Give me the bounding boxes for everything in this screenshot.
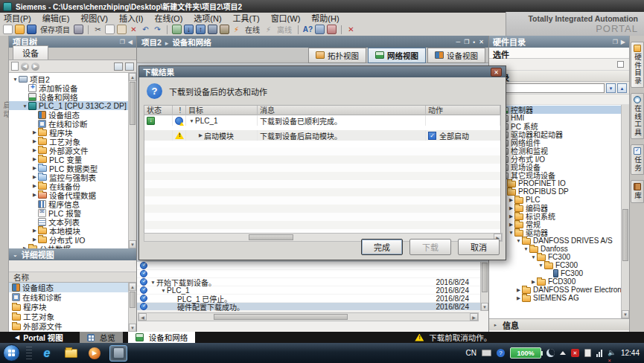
save-project-label[interactable]: 保存项目	[40, 24, 70, 35]
catalog-item[interactable]: ▶ DANFOSS Power ElectronicsA/S	[489, 286, 629, 294]
scroll-up-icon[interactable]: ▲	[129, 283, 136, 291]
detail-view-scrollbar[interactable]: ▲ ▼	[128, 283, 136, 332]
expander-icon[interactable]: ▶	[31, 174, 38, 180]
expander-icon[interactable]: ▶	[31, 156, 38, 162]
menu-item[interactable]: 帮助(H)	[311, 12, 339, 24]
expander-icon[interactable]: ▶	[31, 183, 38, 189]
taskbar-media-button[interactable]: ▶	[86, 345, 103, 362]
window-layout-icon[interactable]	[327, 25, 337, 34]
save-project-icon[interactable]	[27, 25, 36, 34]
detail-view-header[interactable]: ⌄ 详细视图	[9, 248, 136, 260]
catalog-item[interactable]: ▼ FC300	[489, 253, 629, 261]
expander-icon[interactable]: ▼	[538, 263, 544, 268]
catalog-item[interactable]: ▶ 编码器	[489, 204, 629, 212]
expander-icon[interactable]: ▼	[188, 118, 195, 123]
menu-item[interactable]: 工具(T)	[233, 12, 260, 24]
log-row[interactable]: 硬件配置下载成功。 2016/8/24	[137, 303, 488, 311]
profile-filter-row[interactable]	[489, 94, 629, 105]
download-to-device-icon[interactable]: ↓	[184, 25, 194, 34]
expander-icon[interactable]: ▶	[31, 147, 38, 153]
clipboard-icon[interactable]	[584, 349, 591, 357]
taskbar-ie-button[interactable]: e	[38, 345, 56, 362]
catalog-item[interactable]: ▼ Danfoss	[489, 245, 629, 253]
close-editor-icon[interactable]: ✕	[479, 39, 484, 45]
expander-icon[interactable]: ▼	[508, 230, 514, 235]
catalog-scrollbar[interactable]: ▼	[621, 105, 629, 318]
float-editor-icon[interactable]: ❐	[464, 39, 469, 45]
col-target[interactable]: 目标	[186, 106, 258, 115]
dialog-button[interactable]: 取消	[458, 239, 500, 255]
upload-from-device-icon[interactable]: ↑	[196, 25, 205, 34]
scroll-thumb[interactable]	[130, 292, 136, 308]
task-card-tab[interactable]: 库	[631, 180, 644, 203]
catalog-item[interactable]: ▶ 常规	[489, 220, 629, 228]
col-action[interactable]: 动作	[426, 106, 500, 115]
catalog-item[interactable]: FC300	[489, 269, 629, 277]
start-simulation-icon[interactable]	[208, 25, 217, 34]
scroll-down-icon[interactable]: ▼	[622, 310, 629, 318]
taskbar-explorer-button[interactable]	[62, 345, 80, 362]
catalog-item[interactable]: 控制器	[489, 106, 629, 114]
taskbar-tia-button[interactable]	[109, 345, 127, 362]
float-panel-icon[interactable]: ❐	[120, 39, 125, 45]
expander-icon[interactable]: ▼	[150, 280, 156, 285]
window-split-icon[interactable]	[315, 25, 325, 34]
redo-icon[interactable]: ↷	[153, 25, 162, 34]
network-signal-icon[interactable]	[596, 350, 602, 357]
project-tree-scrollbar[interactable]: ▲ ▼	[128, 73, 136, 248]
log-row[interactable]: ▼ 开始下载到设备。 2016/8/24	[137, 278, 488, 286]
catalog-item[interactable]: PROFINET IO	[489, 179, 629, 187]
checkbox-checked-icon[interactable]	[428, 132, 436, 140]
expander-icon[interactable]: ▶	[31, 165, 38, 171]
task-card-tab[interactable]: 在线工具	[631, 93, 644, 139]
expander-icon[interactable]: ▼	[160, 288, 167, 293]
view-button[interactable]: 拓扑视图	[308, 48, 366, 63]
expander-icon[interactable]: ▶	[515, 295, 522, 301]
scroll-right-icon[interactable]: ▶	[470, 313, 478, 321]
close-icon[interactable]: ✕	[491, 68, 502, 77]
cut-icon[interactable]: ✂	[93, 25, 103, 34]
task-card-tab[interactable]: 硬件目录	[631, 42, 644, 88]
scroll-thumb[interactable]	[214, 314, 348, 320]
moon-icon[interactable]	[546, 349, 555, 357]
go-online-icon[interactable]: ⚡	[232, 25, 241, 34]
task-card-tab[interactable]: 任务	[631, 144, 644, 175]
expander-icon[interactable]: ▼	[12, 77, 19, 82]
expander-icon[interactable]: ▶	[508, 222, 514, 228]
tree-item[interactable]: ▶ 分布式 I/O	[9, 235, 136, 244]
language-indicator[interactable]: CN	[466, 349, 476, 357]
catalog-item[interactable]: ▼ FC300	[489, 261, 629, 269]
tab-overview[interactable]: 总览	[80, 332, 123, 343]
search-up-icon[interactable]: ▲	[617, 83, 627, 93]
tree-item[interactable]: 在线和诊断	[9, 119, 136, 128]
maximize-editor-icon[interactable]: ▪	[473, 39, 475, 45]
battery-indicator[interactable]: 100%	[510, 347, 541, 359]
expander-icon[interactable]: ▶	[197, 132, 204, 138]
expander-icon[interactable]: ▼	[523, 246, 529, 251]
search-down-icon[interactable]: ▼	[606, 83, 616, 93]
expander-icon[interactable]: ▶	[31, 228, 38, 234]
copy-icon[interactable]	[105, 25, 115, 34]
expander-icon[interactable]: ▶	[508, 205, 514, 211]
clock[interactable]: 12:44	[621, 349, 640, 357]
catalog-item[interactable]: 其它现场设备	[489, 171, 629, 179]
forward-icon[interactable]: ▶	[31, 62, 39, 71]
catalog-item[interactable]: ▶ 标识系统	[489, 212, 629, 220]
float-panel-icon[interactable]: ❐	[613, 39, 618, 45]
scroll-up-icon[interactable]: ▲	[129, 73, 136, 81]
scroll-thumb[interactable]	[249, 234, 293, 240]
menu-item[interactable]: 在线(O)	[154, 12, 182, 24]
expander-icon[interactable]: ▶	[31, 129, 38, 135]
tab-devices-networks[interactable]: 设备和网络	[128, 332, 196, 343]
catalog-item[interactable]: ▶ FCD300	[489, 277, 629, 286]
col-message[interactable]: 消息	[258, 106, 426, 115]
menu-item[interactable]: 窗口(W)	[271, 12, 301, 24]
action-center-icon[interactable]: ✕	[571, 349, 579, 357]
catalog-item[interactable]: ▼ 驱动器	[489, 228, 629, 237]
print-icon[interactable]	[74, 25, 83, 34]
table-row[interactable]: ▶启动模块 下载到设备后启动模块。 全部启动	[144, 130, 500, 141]
dialog-button[interactable]: 完成	[361, 239, 403, 255]
collapse-panel-icon[interactable]: ◀	[128, 39, 133, 45]
link-online-icon[interactable]	[125, 62, 134, 71]
table-row[interactable]: ▼PLC_1 下载到设备已顺利完成。	[144, 115, 500, 126]
